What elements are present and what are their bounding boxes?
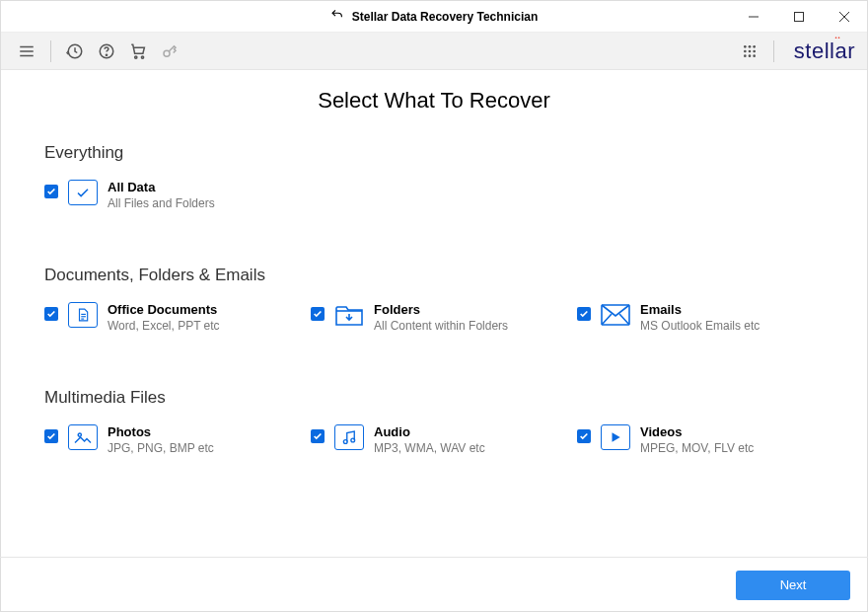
- option-videos[interactable]: Videos MPEG, MOV, FLV etc: [577, 423, 824, 457]
- svg-point-27: [78, 433, 81, 436]
- apps-button[interactable]: [736, 38, 763, 65]
- option-photos[interactable]: Photos JPG, PNG, BMP etc: [44, 423, 291, 457]
- option-desc: All Files and Folders: [108, 196, 215, 212]
- svg-marker-30: [613, 432, 620, 441]
- main-content: Select What To Recover Everything All Da…: [1, 70, 867, 456]
- section-multimedia: Multimedia Files Photos JPG, PNG, BMP et…: [44, 388, 824, 457]
- all-data-icon: [68, 180, 98, 205]
- document-icon: [68, 302, 98, 328]
- checkbox-audio[interactable]: [311, 429, 325, 443]
- close-button[interactable]: [822, 1, 867, 33]
- photos-icon: [68, 424, 98, 450]
- undo-icon: [330, 8, 344, 25]
- videos-icon: [601, 424, 630, 450]
- option-folders[interactable]: Folders All Content within Folders: [311, 301, 557, 335]
- svg-point-17: [748, 49, 751, 52]
- toolbar-divider: [50, 40, 51, 62]
- svg-point-12: [164, 50, 170, 56]
- option-title: Audio: [374, 423, 485, 441]
- maximize-button[interactable]: [776, 1, 822, 33]
- svg-point-16: [744, 49, 747, 52]
- option-desc: Word, Excel, PPT etc: [108, 319, 220, 335]
- checkbox-folders[interactable]: [311, 307, 325, 321]
- svg-point-9: [106, 54, 107, 55]
- option-title: Videos: [640, 423, 754, 441]
- svg-point-14: [748, 45, 751, 48]
- brand-logo: stell••ar: [794, 38, 855, 64]
- svg-point-10: [135, 55, 137, 57]
- checkbox-videos[interactable]: [577, 429, 591, 443]
- help-button[interactable]: [93, 38, 120, 65]
- page-title: Select What To Recover: [44, 88, 824, 114]
- checkbox-all-data[interactable]: [44, 185, 58, 198]
- key-button[interactable]: [156, 38, 183, 65]
- section-title: Multimedia Files: [44, 388, 824, 408]
- minimize-button[interactable]: [731, 1, 776, 33]
- svg-point-29: [351, 438, 355, 442]
- option-title: Folders: [374, 301, 508, 319]
- checkbox-emails[interactable]: [577, 307, 591, 321]
- option-desc: All Content within Folders: [374, 319, 508, 335]
- option-emails[interactable]: Emails MS Outlook Emails etc: [577, 301, 824, 335]
- svg-point-28: [343, 439, 347, 443]
- svg-point-11: [141, 55, 143, 57]
- svg-point-13: [744, 45, 747, 48]
- section-title: Documents, Folders & Emails: [44, 266, 824, 285]
- option-desc: MP3, WMA, WAV etc: [374, 441, 485, 457]
- footer: Next: [0, 557, 868, 612]
- svg-point-19: [744, 54, 747, 57]
- folder-icon: [334, 302, 364, 328]
- option-title: All Data: [108, 179, 215, 196]
- option-audio[interactable]: Audio MP3, WMA, WAV etc: [311, 423, 557, 457]
- section-title: Everything: [44, 143, 824, 163]
- titlebar-title-group: Stellar Data Recovery Technician: [330, 8, 539, 25]
- audio-icon: [334, 424, 364, 450]
- menu-button[interactable]: [13, 38, 40, 65]
- toolbar-divider: [773, 40, 774, 62]
- svg-point-20: [748, 54, 751, 57]
- option-desc: MPEG, MOV, FLV etc: [640, 441, 754, 457]
- option-desc: JPG, PNG, BMP etc: [108, 441, 214, 457]
- svg-point-21: [753, 54, 756, 57]
- app-title: Stellar Data Recovery Technician: [352, 10, 539, 24]
- checkbox-office-documents[interactable]: [44, 307, 58, 321]
- window-controls: [731, 1, 867, 33]
- svg-point-18: [753, 49, 756, 52]
- option-title: Office Documents: [108, 301, 220, 319]
- section-documents: Documents, Folders & Emails Office Docum…: [44, 266, 824, 335]
- option-desc: MS Outlook Emails etc: [640, 319, 760, 335]
- email-icon: [601, 302, 630, 328]
- option-title: Emails: [640, 301, 760, 319]
- checkbox-photos[interactable]: [44, 429, 58, 443]
- history-button[interactable]: [61, 38, 89, 65]
- next-button[interactable]: Next: [736, 571, 850, 600]
- cart-button[interactable]: [124, 38, 152, 65]
- option-all-data[interactable]: All Data All Files and Folders: [44, 179, 303, 212]
- toolbar: stell••ar: [1, 33, 867, 70]
- option-title: Photos: [108, 423, 214, 441]
- titlebar: Stellar Data Recovery Technician: [1, 1, 867, 33]
- section-everything: Everything All Data All Files and Folder…: [44, 143, 824, 212]
- svg-rect-1: [795, 12, 804, 21]
- option-office-documents[interactable]: Office Documents Word, Excel, PPT etc: [44, 301, 291, 335]
- svg-point-15: [753, 45, 756, 48]
